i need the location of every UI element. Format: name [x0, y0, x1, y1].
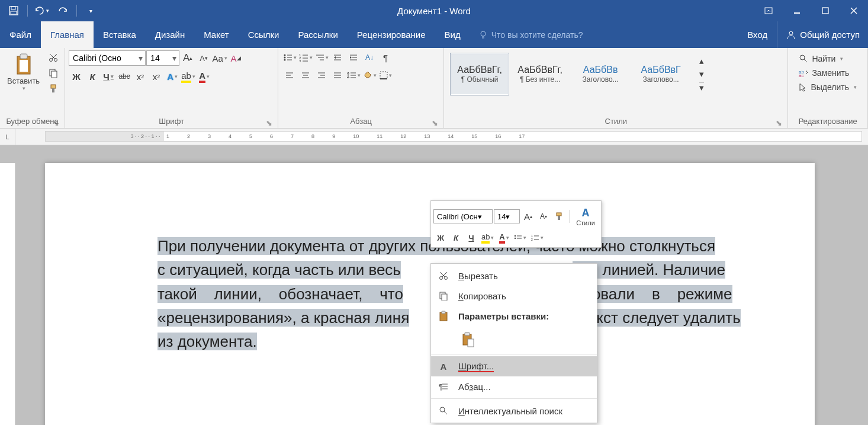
tab-review[interactable]: Рецензирование — [348, 21, 435, 48]
decrease-indent-button[interactable] — [330, 50, 345, 65]
increase-indent-button[interactable] — [346, 50, 361, 65]
mini-font-combo[interactable]: Calibri (Осн▾ — [433, 209, 493, 223]
bullets-button[interactable]: ▾ — [282, 50, 297, 65]
align-right-button[interactable] — [314, 68, 329, 82]
grow-font-button[interactable]: A▴ — [180, 51, 195, 65]
tab-view[interactable]: Вид — [435, 21, 470, 48]
bold-button[interactable]: Ж — [69, 69, 84, 84]
mini-numbering[interactable]: 12▾ — [529, 231, 545, 245]
mini-grow-font[interactable]: A▴ — [521, 209, 535, 223]
paste-label: Вставить — [7, 76, 40, 85]
shading-button[interactable]: ▾ — [362, 68, 377, 82]
window-title: Документ1 - Word — [397, 6, 471, 16]
clear-formatting-button[interactable]: A◢ — [228, 51, 243, 65]
mini-bullets[interactable]: ▾ — [512, 231, 528, 245]
tab-selector[interactable]: L — [0, 129, 15, 145]
clipboard-launcher[interactable]: ⬊ — [52, 119, 60, 127]
font-color-button[interactable]: A▾ — [197, 69, 212, 84]
mini-font-color[interactable]: A▾ — [497, 231, 511, 245]
mini-highlight[interactable]: ab▾ — [480, 231, 496, 245]
line-spacing-button[interactable]: ▾ — [346, 68, 361, 82]
paste-button[interactable]: Вставить ▾ — [4, 50, 43, 94]
cm-paste-options — [431, 326, 597, 352]
tab-layout[interactable]: Макет — [194, 21, 238, 48]
underline-button[interactable]: Ч▾ — [101, 69, 116, 84]
cm-paragraph[interactable]: ¶ Абзац... — [431, 376, 597, 397]
font-launcher[interactable]: ⬊ — [265, 119, 273, 127]
replace-button[interactable]: abacЗаменить — [796, 67, 859, 79]
styles-launcher[interactable]: ⬊ — [774, 119, 783, 127]
save-button[interactable] — [4, 2, 24, 20]
mini-styles-button[interactable]: AСтили — [573, 203, 599, 229]
tab-home[interactable]: Главная — [41, 21, 94, 48]
svg-point-11 — [789, 31, 793, 35]
align-left-button[interactable] — [282, 68, 297, 82]
cut-button[interactable] — [46, 50, 61, 65]
svg-point-27 — [284, 59, 285, 61]
font-size-combo[interactable]: 14▾ — [146, 50, 179, 66]
tab-file[interactable]: Файл — [0, 21, 41, 48]
tab-insert[interactable]: Вставка — [94, 21, 146, 48]
cm-copy[interactable]: Копировать — [431, 286, 597, 306]
mini-format-painter[interactable] — [552, 209, 566, 223]
text-effects-button[interactable]: A▾ — [165, 69, 180, 84]
copy-button[interactable] — [46, 66, 61, 80]
ribbon-display-button[interactable] — [754, 0, 783, 21]
styles-gallery[interactable]: АаБбВвГг,¶ Обычный АаБбВвГг,¶ Без инте..… — [448, 50, 712, 98]
svg-rect-65 — [557, 213, 561, 216]
undo-button[interactable]: ▾ — [31, 2, 52, 20]
paragraph-launcher[interactable]: ⬊ — [430, 119, 439, 127]
editing-group-label: Редактирование — [799, 117, 857, 126]
page[interactable]: При получении документа от других пользо… — [45, 163, 815, 425]
share-button[interactable]: Общий доступ — [777, 21, 868, 48]
styles-more[interactable]: ▾ — [694, 81, 709, 93]
style-normal[interactable]: АаБбВвГг,¶ Обычный — [450, 53, 509, 95]
tab-mailings[interactable]: Рассылки — [288, 21, 347, 48]
maximize-button[interactable] — [811, 0, 840, 21]
paragraph-icon: ¶ — [437, 382, 450, 391]
mini-shrink-font[interactable]: A▾ — [536, 209, 551, 223]
font-name-combo[interactable]: Calibri (Осно▾ — [69, 50, 146, 66]
horizontal-ruler[interactable]: 3 · · 2 · · 1 · · 1234567891011121314151… — [45, 131, 862, 142]
cm-smart-lookup[interactable]: Интеллектуальный поиск — [431, 401, 597, 421]
close-button[interactable] — [840, 0, 868, 21]
vertical-ruler[interactable] — [0, 163, 15, 425]
change-case-button[interactable]: Aa▾ — [212, 51, 227, 65]
shrink-font-button[interactable]: A▾ — [196, 51, 211, 65]
mini-italic[interactable]: К — [449, 231, 463, 245]
justify-button[interactable] — [330, 68, 345, 82]
align-center-button[interactable] — [298, 68, 313, 82]
tell-me-search[interactable]: Что вы хотите сделать? — [478, 30, 583, 40]
tab-design[interactable]: Дизайн — [146, 21, 194, 48]
numbering-button[interactable]: 123▾ — [298, 50, 313, 65]
strikethrough-button[interactable]: abc — [117, 69, 132, 84]
styles-scroll-down[interactable]: ▾ — [694, 68, 709, 80]
style-heading2[interactable]: АаБбВвГЗаголово... — [631, 53, 690, 95]
sign-in-button[interactable]: Вход — [738, 30, 777, 40]
style-no-spacing[interactable]: АаБбВвГг,¶ Без инте... — [510, 53, 570, 95]
cm-paste-keep-source[interactable] — [458, 330, 478, 350]
subscript-button[interactable]: x2 — [133, 69, 148, 84]
superscript-button[interactable]: x2 — [149, 69, 164, 84]
redo-button[interactable] — [53, 2, 73, 20]
show-marks-button[interactable]: ¶ — [378, 50, 393, 65]
sort-button[interactable]: А↓ — [362, 50, 377, 65]
styles-scroll-up[interactable]: ▴ — [694, 55, 709, 67]
style-heading1[interactable]: АаБбВвЗаголово... — [571, 53, 630, 95]
italic-button[interactable]: К — [85, 69, 100, 84]
tab-references[interactable]: Ссылки — [239, 21, 289, 48]
svg-rect-22 — [52, 88, 54, 92]
qat-customize-button[interactable]: ▾ — [81, 2, 101, 20]
multilevel-button[interactable]: ▾ — [314, 50, 329, 65]
borders-button[interactable]: ▾ — [378, 68, 393, 82]
cm-cut[interactable]: ВВырезатьырезать — [431, 266, 597, 286]
find-button[interactable]: Найти▾ — [796, 53, 859, 65]
format-painter-button[interactable] — [46, 81, 61, 95]
minimize-button[interactable] — [783, 0, 811, 21]
mini-bold[interactable]: Ж — [433, 231, 448, 245]
cm-font[interactable]: A Шрифт... — [431, 356, 597, 376]
highlight-button[interactable]: ab▾ — [181, 69, 196, 84]
mini-underline[interactable]: Ч — [464, 231, 478, 245]
mini-size-combo[interactable]: 14▾ — [494, 209, 520, 223]
select-button[interactable]: Выделить▾ — [796, 81, 859, 93]
